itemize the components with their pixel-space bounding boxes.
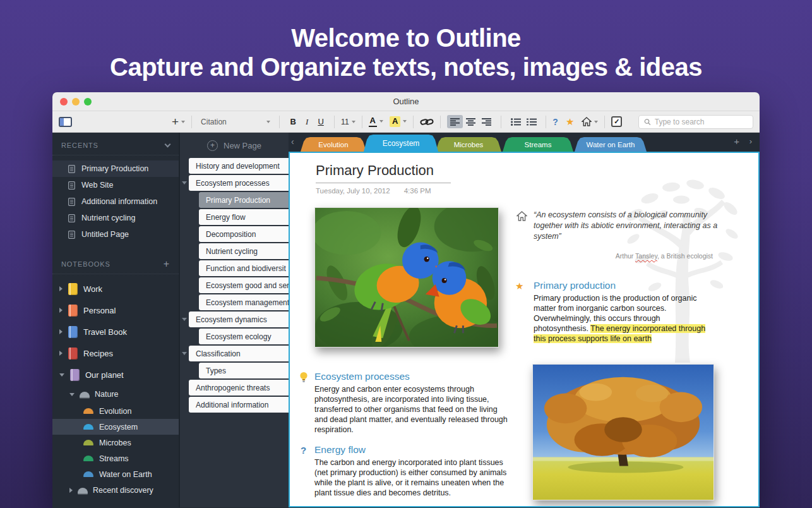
add-button[interactable]: + <box>172 115 185 129</box>
sidebar-item-recent[interactable]: Web Site <box>52 177 179 193</box>
section-item[interactable]: Evolution <box>52 403 179 419</box>
page-item[interactable]: Ecosystem ecology <box>199 329 289 344</box>
align-left-button[interactable] <box>447 115 463 128</box>
chevron-down-icon[interactable] <box>165 142 171 148</box>
sidebar-item-recent[interactable]: Untitled Page <box>52 226 179 243</box>
search-field[interactable] <box>638 115 753 129</box>
sidebar-item-recent[interactable]: Nutrient cycling <box>52 210 179 226</box>
tab-ecosystem[interactable]: Ecosystem <box>364 135 438 152</box>
notebook-icon <box>68 283 78 295</box>
expand-icon[interactable] <box>59 329 63 334</box>
expand-icon[interactable] <box>59 351 63 356</box>
collapse-icon[interactable] <box>69 393 75 396</box>
help-button[interactable]: ? <box>552 117 558 127</box>
page-item[interactable]: Anthropogenic threats <box>189 380 289 396</box>
highlight-color-button[interactable]: A <box>390 116 407 127</box>
numbered-list-button[interactable] <box>523 115 539 128</box>
collapse-icon[interactable] <box>182 352 187 355</box>
chevron-down-icon <box>352 121 355 123</box>
notebook-item[interactable]: Personal <box>52 299 179 321</box>
tab-water-on-earth[interactable]: Water on Earth <box>575 137 647 152</box>
tabs-scroll-left-button[interactable]: ‹ <box>291 136 294 147</box>
new-page-button[interactable]: + New Page <box>180 133 289 158</box>
expand-icon[interactable] <box>59 308 63 313</box>
page-item[interactable]: Ecosystem good and ser <box>199 277 289 293</box>
expand-icon[interactable] <box>59 286 63 291</box>
checkbox-button[interactable]: ✓ <box>611 116 622 127</box>
page-item[interactable]: History and development <box>189 158 289 174</box>
page-item[interactable]: Ecosystem management <box>199 294 289 310</box>
page-item[interactable]: Ecosystem dynamics <box>189 311 289 327</box>
note-page[interactable]: Primary Production Tuesday, July 10, 201… <box>289 152 760 507</box>
search-input[interactable] <box>655 118 748 126</box>
page-item[interactable]: Types <box>199 363 289 378</box>
section-group-item[interactable]: Nature <box>52 385 179 403</box>
collapse-icon[interactable] <box>59 373 64 377</box>
page-item[interactable]: Additional information <box>189 397 289 413</box>
recents-header: RECENTS <box>52 133 179 155</box>
font-size-dropdown[interactable]: 11 <box>341 118 355 126</box>
paragraph-style-dropdown[interactable]: Citation <box>198 118 273 126</box>
section-group-item[interactable]: Recent discovery <box>52 482 179 499</box>
section-item[interactable]: Streams <box>52 451 179 466</box>
chevron-down-icon <box>594 121 598 123</box>
notebook-item[interactable]: Our planet <box>52 364 179 385</box>
page-item[interactable]: Classification <box>189 346 289 361</box>
section-icon <box>83 440 93 445</box>
zoom-window-button[interactable] <box>84 98 92 106</box>
collapse-icon[interactable] <box>182 318 187 321</box>
link-icon[interactable] <box>420 118 434 126</box>
add-notebook-button[interactable]: + <box>164 261 170 267</box>
tab-strip: ‹ Evolution Ecosystem Microbes Streams W… <box>289 133 760 152</box>
star-icon: ★ <box>515 281 523 292</box>
sidebar-item-recent[interactable]: Primary Production <box>52 160 179 177</box>
page-item[interactable]: Function and biodiversit <box>199 260 289 276</box>
section-item[interactable]: Microbes <box>52 435 179 451</box>
notebook-item[interactable]: Travel Book <box>52 321 179 342</box>
document-icon <box>68 231 75 239</box>
section-body-ecosystem-processes: Energy and carbon enter ecosystems throu… <box>314 385 509 435</box>
tab-streams[interactable]: Streams <box>503 137 573 152</box>
page-item[interactable]: Energy flow <box>199 209 289 225</box>
search-icon <box>644 118 651 126</box>
tab-evolution[interactable]: Evolution <box>301 137 366 152</box>
notebook-icon <box>68 326 78 338</box>
page-time: 4:36 PM <box>404 187 431 195</box>
bold-button[interactable]: B <box>286 117 300 126</box>
parrots-image[interactable] <box>314 207 499 348</box>
align-center-button[interactable] <box>463 115 479 128</box>
sidebar-item-recent[interactable]: Additional information <box>52 193 179 210</box>
text-color-button[interactable]: A <box>369 116 383 126</box>
page-item[interactable]: Decomposition <box>199 226 289 242</box>
italic-button[interactable]: I <box>300 117 314 127</box>
home-button[interactable] <box>582 117 598 126</box>
section-item[interactable]: Ecosystem <box>52 419 179 435</box>
close-window-button[interactable] <box>60 98 68 106</box>
add-tab-button[interactable]: + <box>734 136 739 147</box>
underline-button[interactable]: U <box>314 117 328 126</box>
expand-icon[interactable] <box>69 488 73 493</box>
sidebar-toggle-icon[interactable] <box>59 117 72 127</box>
page-date: Tuesday, July 10, 2012 <box>316 187 390 195</box>
content-area: ‹ Evolution Ecosystem Microbes Streams W… <box>289 133 760 507</box>
section-heading-primary-production: Primary production <box>534 280 616 291</box>
lightbulb-icon <box>299 372 308 384</box>
autumn-tree-image[interactable] <box>532 364 714 500</box>
page-item[interactable]: Nutrient cycling <box>199 243 289 259</box>
section-group-icon <box>80 392 90 397</box>
minimize-window-button[interactable] <box>72 98 80 106</box>
tabs-scroll-right-button[interactable]: › <box>749 136 752 147</box>
tab-microbes[interactable]: Microbes <box>436 137 501 152</box>
bullet-list-button[interactable] <box>508 115 523 128</box>
section-body-primary-production: Primary production is the production of … <box>534 294 715 344</box>
notebook-item[interactable]: Work <box>52 278 179 299</box>
align-right-button[interactable] <box>479 115 494 128</box>
chevron-down-icon <box>181 121 185 123</box>
section-item[interactable]: Water on Earth <box>52 466 179 482</box>
favorite-star-button[interactable]: ★ <box>566 116 574 128</box>
page-item-selected[interactable]: Primary Production <box>199 192 289 208</box>
collapse-icon[interactable] <box>182 181 187 184</box>
notebook-item[interactable]: Recipes <box>52 342 179 364</box>
hero-title: Welcome to Outline <box>0 24 812 52</box>
page-item[interactable]: Ecosystem processes <box>189 175 289 191</box>
